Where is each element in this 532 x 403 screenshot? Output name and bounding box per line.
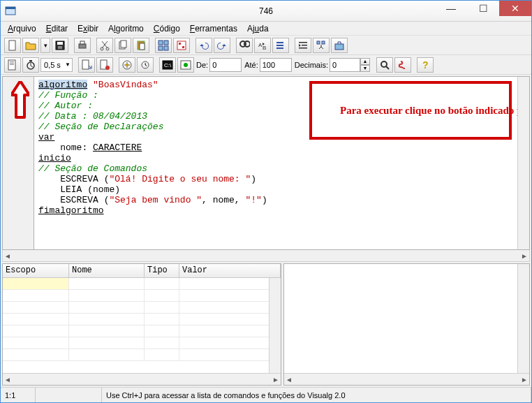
menu-editar[interactable]: Editar [42, 22, 72, 35]
table-row[interactable] [3, 278, 281, 290]
bottom-panes: Escopo Nome Tipo Valor ◄► ◄► [2, 263, 530, 386]
editor-scrollbar-h[interactable]: ◄ ► [2, 250, 530, 262]
trace-button[interactable] [394, 57, 411, 73]
decimais-label: Decimais: [295, 61, 328, 69]
svg-rect-15 [164, 41, 168, 45]
red-arrow-icon [11, 81, 29, 120]
new-button[interactable] [4, 38, 21, 53]
svg-rect-27 [302, 45, 307, 46]
console-button[interactable]: C:\ [159, 57, 176, 73]
module-button[interactable] [173, 38, 190, 53]
vars-scrollbar-h[interactable]: ◄► [3, 373, 281, 385]
find-button[interactable] [236, 38, 253, 53]
escreva2-kw: ESCREVA [60, 195, 98, 205]
col-escopo[interactable]: Escopo [3, 264, 69, 277]
svg-rect-29 [317, 41, 320, 44]
replace-button[interactable]: AB [254, 38, 271, 53]
comment-seccmd: // Seção de Comandos [38, 163, 147, 174]
breakpoint-clear-button[interactable] [137, 57, 154, 73]
step-into-button[interactable] [78, 57, 95, 73]
step-over-button[interactable] [96, 57, 113, 73]
svg-text:?: ? [422, 59, 429, 71]
svg-rect-5 [58, 46, 62, 49]
indent-button[interactable] [295, 38, 311, 53]
run-button[interactable] [4, 57, 21, 73]
svg-rect-23 [276, 42, 283, 43]
svg-rect-28 [299, 47, 307, 49]
timer-text: 0,5 s [44, 61, 61, 69]
maximize-button[interactable]: ☐ [467, 1, 499, 16]
watch-button[interactable] [376, 57, 393, 73]
spinner-down-icon[interactable]: ▼ [360, 65, 370, 72]
comment-funcao: // Função : [38, 90, 98, 101]
output-scrollbar-v[interactable] [517, 264, 529, 373]
table-row[interactable] [3, 314, 281, 325]
spinner-up-icon[interactable]: ▲ [360, 58, 370, 65]
status-pos: 1:1 [1, 388, 36, 402]
help-button[interactable]: ? [417, 57, 434, 73]
decimais-spinner[interactable]: 0 ▲▼ [330, 58, 371, 72]
toolbar-main: ▾ AB [1, 36, 531, 55]
save-button[interactable] [52, 38, 68, 53]
editor-scrollbar-v[interactable] [517, 77, 529, 249]
menu-arquivo[interactable]: Arquivo [3, 22, 40, 35]
output-pane[interactable]: ◄► [283, 263, 530, 386]
menu-ferramentas[interactable]: Ferramentas [186, 22, 242, 35]
tile-windows-button[interactable] [155, 38, 172, 53]
scroll-right-icon[interactable]: ► [521, 252, 528, 260]
code-area[interactable]: algoritmo "BoasVindas" // Função : // Au… [34, 77, 529, 249]
menu-algoritmo[interactable]: Algoritmo [104, 22, 148, 35]
output-scrollbar-h[interactable]: ◄► [284, 373, 529, 385]
cut-button[interactable] [96, 38, 113, 53]
grid-body[interactable] [3, 278, 281, 373]
col-valor[interactable]: Valor [179, 264, 281, 277]
find-next-button[interactable] [272, 38, 289, 53]
escreva1-kw: ESCREVA [60, 174, 98, 184]
kw-fim: fimalgoritmo [38, 205, 104, 216]
menu-codigo[interactable]: Código [149, 22, 184, 35]
table-row[interactable] [3, 349, 281, 361]
comment-data: // Data : 08/04/2013 [38, 111, 147, 122]
open-button[interactable] [22, 38, 39, 53]
col-nome[interactable]: Nome [69, 264, 145, 277]
svg-point-47 [381, 61, 387, 67]
minimize-button[interactable]: — [435, 1, 467, 16]
open-dropdown[interactable]: ▾ [40, 38, 50, 53]
stop-button[interactable] [177, 57, 194, 73]
comment-autor: // Autor : [38, 101, 93, 111]
vars-panel-button[interactable] [331, 38, 348, 53]
timer-icon[interactable] [22, 57, 39, 73]
outdent-button[interactable] [313, 38, 330, 53]
escreva1-str: "Olá! Digite o seu nome: " [109, 174, 251, 184]
svg-rect-37 [29, 60, 32, 61]
de-field[interactable]: 0 [209, 58, 242, 72]
decl-tipo: CARACTERE [93, 142, 142, 153]
print-button[interactable] [74, 38, 91, 53]
table-row[interactable] [3, 290, 281, 302]
table-row[interactable] [3, 325, 281, 337]
menubar: Arquivo Editar Exibir Algoritmo Código F… [1, 22, 531, 36]
vars-scrollbar-v[interactable] [269, 278, 281, 373]
breakpoint-button[interactable] [119, 57, 135, 73]
table-row[interactable] [3, 337, 281, 349]
timer-value[interactable]: 0,5 s ▼ [40, 58, 73, 72]
undo-button[interactable] [195, 38, 212, 53]
scroll-left-icon[interactable]: ◄ [4, 252, 11, 260]
menu-ajuda[interactable]: Ajuda [243, 22, 273, 35]
copy-button[interactable] [114, 38, 131, 53]
close-button[interactable]: ✕ [499, 1, 531, 16]
main-area: algoritmo "BoasVindas" // Função : // Au… [1, 75, 531, 387]
svg-text:C:\: C:\ [164, 62, 172, 68]
redo-button[interactable] [214, 38, 230, 53]
col-tipo[interactable]: Tipo [145, 264, 179, 277]
paste-button[interactable] [133, 38, 149, 53]
table-row[interactable] [3, 302, 281, 314]
svg-rect-30 [322, 41, 325, 44]
menu-exibir[interactable]: Exibir [73, 22, 103, 35]
titlebar: 746 — ☐ ✕ [1, 1, 531, 22]
svg-rect-18 [177, 41, 186, 50]
svg-rect-2 [9, 41, 15, 50]
kw-inicio: inicio [38, 153, 71, 163]
callout-box: Para executar clique no botão indicado p… [309, 81, 512, 140]
ate-field[interactable]: 100 [260, 58, 292, 72]
